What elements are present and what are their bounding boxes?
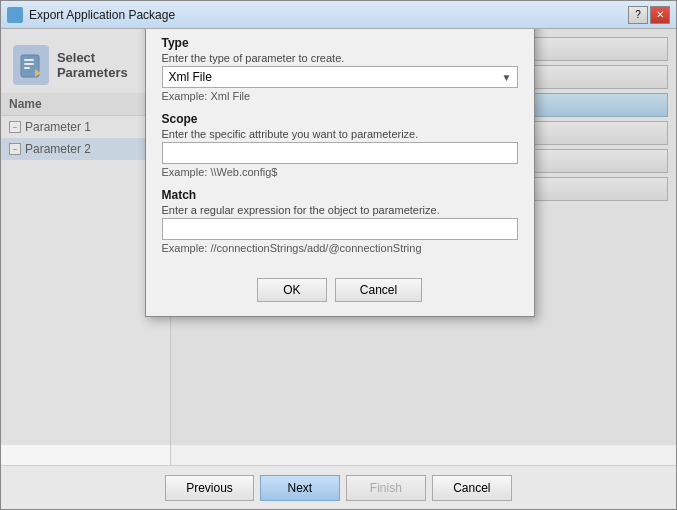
match-input[interactable] [162, 218, 518, 240]
main-title-bar: Export Application Package ? ✕ [1, 1, 676, 29]
right-panel: Parameter... aarameter Entry... Edit... … [171, 29, 676, 465]
content-area: Select Parameters Name − Parameter 1 − P… [1, 29, 676, 465]
dialog-buttons: OK Cancel [146, 268, 534, 316]
type-description: Enter the type of parameter to create. [162, 52, 518, 64]
finish-button[interactable]: Finish [346, 475, 426, 501]
match-field-group: Match Enter a regular expression for the… [162, 188, 518, 254]
type-dropdown-container: Xml File Connection String App Setting ▼ [162, 66, 518, 88]
match-description: Enter a regular expression for the objec… [162, 204, 518, 216]
window-icon [7, 7, 23, 23]
scope-field-group: Scope Enter the specific attribute you w… [162, 112, 518, 178]
type-example: Example: Xml File [162, 90, 518, 102]
scope-input[interactable] [162, 142, 518, 164]
type-field-group: Type Enter the type of parameter to crea… [162, 36, 518, 102]
help-button[interactable]: ? [628, 6, 648, 24]
dialog: Add Parameter Entry ? ✕ Type Enter the t… [145, 29, 535, 317]
bottom-bar: Previous Next Finish Cancel [1, 465, 676, 509]
scope-description: Enter the specific attribute you want to… [162, 128, 518, 140]
type-label: Type [162, 36, 518, 50]
next-button[interactable]: Next [260, 475, 340, 501]
scope-label: Scope [162, 112, 518, 126]
main-window: Export Application Package ? ✕ S [0, 0, 677, 510]
type-select[interactable]: Xml File Connection String App Setting [162, 66, 518, 88]
footer-cancel-button[interactable]: Cancel [432, 475, 512, 501]
dialog-content: Type Enter the type of parameter to crea… [146, 29, 534, 268]
match-label: Match [162, 188, 518, 202]
match-example: Example: //connectionStrings/add/@connec… [162, 242, 518, 254]
ok-button[interactable]: OK [257, 278, 327, 302]
dialog-cancel-button[interactable]: Cancel [335, 278, 422, 302]
window-title: Export Application Package [29, 8, 175, 22]
scope-example: Example: \\Web.config$ [162, 166, 518, 178]
close-button[interactable]: ✕ [650, 6, 670, 24]
previous-button[interactable]: Previous [165, 475, 254, 501]
title-bar-controls: ? ✕ [628, 6, 670, 24]
title-bar-left: Export Application Package [7, 7, 175, 23]
modal-backdrop: Add Parameter Entry ? ✕ Type Enter the t… [1, 29, 676, 445]
